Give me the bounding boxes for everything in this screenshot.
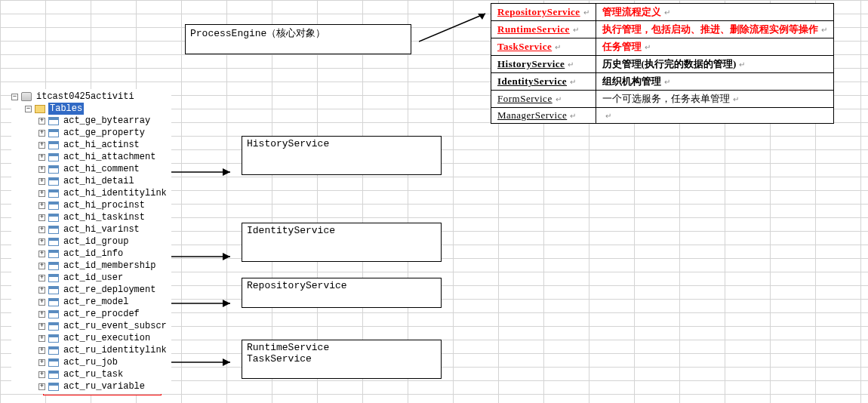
tree-table-label: act_ru_job xyxy=(62,356,119,368)
tree-table-node[interactable]: +act_hi_procinst xyxy=(11,199,168,211)
expand-icon[interactable]: + xyxy=(38,371,45,378)
tree-table-node[interactable]: +act_hi_attachment xyxy=(11,151,168,163)
service-description-table: RepositoryService↵管理流程定义↵RuntimeService↵… xyxy=(491,3,834,124)
expand-icon[interactable]: + xyxy=(38,299,45,306)
table-icon xyxy=(48,383,59,391)
paragraph-mark-icon: ↵ xyxy=(818,26,827,34)
table-icon xyxy=(48,371,59,379)
expand-icon[interactable]: + xyxy=(38,323,45,330)
tree-table-node[interactable]: +act_hi_varinst xyxy=(11,223,168,235)
tree-tables-node[interactable]: − Tables xyxy=(11,103,168,115)
paragraph-mark-icon: ↵ xyxy=(661,8,670,17)
collapse-icon[interactable]: − xyxy=(11,94,18,100)
tree-table-node[interactable]: +act_id_membership xyxy=(11,260,168,272)
expand-icon[interactable]: + xyxy=(38,142,45,149)
table-icon xyxy=(48,286,59,294)
paragraph-mark-icon: ↵ xyxy=(570,26,579,34)
expand-icon[interactable]: + xyxy=(38,226,45,233)
tree-tables-label: Tables xyxy=(48,103,84,115)
process-engine-box: ProcessEngine（核心对象） xyxy=(185,24,411,54)
tree-table-label: act_hi_comment xyxy=(62,163,141,175)
expand-icon[interactable]: + xyxy=(38,238,45,245)
expand-icon[interactable]: + xyxy=(38,347,45,354)
expand-icon[interactable]: + xyxy=(38,311,45,318)
expand-icon[interactable]: + xyxy=(38,287,45,294)
expand-icon[interactable]: + xyxy=(38,118,45,125)
tree-table-label: act_ru_execution xyxy=(62,332,152,344)
expand-icon[interactable]: + xyxy=(38,275,45,281)
expand-icon[interactable]: + xyxy=(38,214,45,221)
expand-icon[interactable]: + xyxy=(38,202,45,209)
table-icon xyxy=(48,202,59,210)
tree-table-label: act_re_procdef xyxy=(62,308,141,320)
tree-table-node[interactable]: +act_hi_actinst xyxy=(11,139,168,151)
expand-icon[interactable]: + xyxy=(38,383,45,390)
tree-table-node[interactable]: +act_ru_identitylink xyxy=(11,344,168,356)
tree-root-label: itcast0425activiti xyxy=(35,91,136,103)
expand-icon[interactable]: + xyxy=(38,130,45,137)
table-icon xyxy=(48,189,59,198)
tree-table-label: act_ru_task xyxy=(62,368,125,380)
paragraph-mark-icon: ↵ xyxy=(730,95,739,103)
tree-table-label: act_ru_identitylink xyxy=(62,344,168,356)
table-icon xyxy=(48,177,59,186)
expand-icon[interactable]: + xyxy=(38,251,45,257)
tree-table-label: act_re_model xyxy=(62,296,130,308)
tree-table-label: act_hi_detail xyxy=(62,175,136,187)
arrow-ru-to-runtime xyxy=(166,355,238,370)
tree-table-node[interactable]: +act_hi_taskinst xyxy=(11,211,168,223)
desc-row: HistoryService↵历史管理(执行完的数据的管理)↵ xyxy=(491,56,834,73)
desc-row: RepositoryService↵管理流程定义↵ xyxy=(491,4,834,21)
tree-table-node[interactable]: +act_ge_property xyxy=(11,127,168,139)
expand-icon[interactable]: + xyxy=(38,154,45,161)
tree-table-node[interactable]: +act_ru_task xyxy=(11,368,168,380)
desc-service-desc: 管理流程定义↵ xyxy=(596,4,833,21)
tree-table-node[interactable]: +act_re_procdef xyxy=(11,308,168,320)
svg-marker-5 xyxy=(223,253,230,260)
table-icon xyxy=(48,310,59,318)
svg-marker-3 xyxy=(223,168,230,176)
expand-icon[interactable]: + xyxy=(38,178,45,185)
expand-icon[interactable]: + xyxy=(38,335,45,342)
tree-table-label: act_id_info xyxy=(62,248,125,260)
table-icon xyxy=(48,153,59,162)
tree-table-node[interactable]: +act_re_deployment xyxy=(11,284,168,296)
table-icon xyxy=(48,298,59,306)
table-icon xyxy=(48,129,59,137)
table-icon xyxy=(48,117,59,125)
tree-table-node[interactable]: +act_id_user xyxy=(11,272,168,284)
tree-table-node[interactable]: +act_id_info xyxy=(11,248,168,260)
tree-table-node[interactable]: +act_ru_variable xyxy=(11,380,168,392)
tree-table-label: act_hi_attachment xyxy=(62,151,157,163)
tree-table-node[interactable]: +act_re_model xyxy=(11,296,168,308)
table-icon xyxy=(48,274,59,282)
tree-table-node[interactable]: +act_id_group xyxy=(11,235,168,248)
desc-service-name: IdentityService↵ xyxy=(491,73,596,91)
tree-table-node[interactable]: +act_hi_comment xyxy=(11,163,168,175)
tree-table-label: act_re_deployment xyxy=(62,284,157,296)
identity-service-label: IdentityService xyxy=(247,225,335,236)
table-icon xyxy=(48,346,59,355)
arrow-hi-to-history xyxy=(166,165,238,180)
expand-icon[interactable]: + xyxy=(38,263,45,269)
runtime-service-label: RuntimeService xyxy=(247,342,436,353)
expand-icon[interactable]: + xyxy=(38,359,45,366)
tree-table-node[interactable]: +act_ru_event_subscr xyxy=(11,320,168,332)
identity-service-box: IdentityService xyxy=(242,223,442,262)
collapse-icon[interactable]: − xyxy=(25,106,32,112)
folder-icon xyxy=(35,105,45,113)
tree-table-node[interactable]: +act_hi_identitylink xyxy=(11,187,168,199)
paragraph-mark-icon: ↵ xyxy=(602,112,611,120)
tree-table-node[interactable]: +act_ru_execution xyxy=(11,332,168,344)
arrow-re-to-repository xyxy=(166,296,238,311)
tree-table-label: act_hi_identitylink xyxy=(62,187,168,199)
tree-table-node[interactable]: +act_ge_bytearray xyxy=(11,115,168,127)
expand-icon[interactable]: + xyxy=(38,166,45,173)
tree-table-node[interactable]: +act_hi_detail xyxy=(11,175,168,187)
tree-root-node[interactable]: − itcast0425activiti xyxy=(11,91,168,103)
arrow-engine-to-table xyxy=(419,8,494,53)
expand-icon[interactable]: + xyxy=(38,190,45,197)
table-icon xyxy=(48,262,59,270)
tree-table-label: act_ru_event_subscr xyxy=(62,320,168,332)
tree-table-node[interactable]: +act_ru_job xyxy=(11,356,168,368)
